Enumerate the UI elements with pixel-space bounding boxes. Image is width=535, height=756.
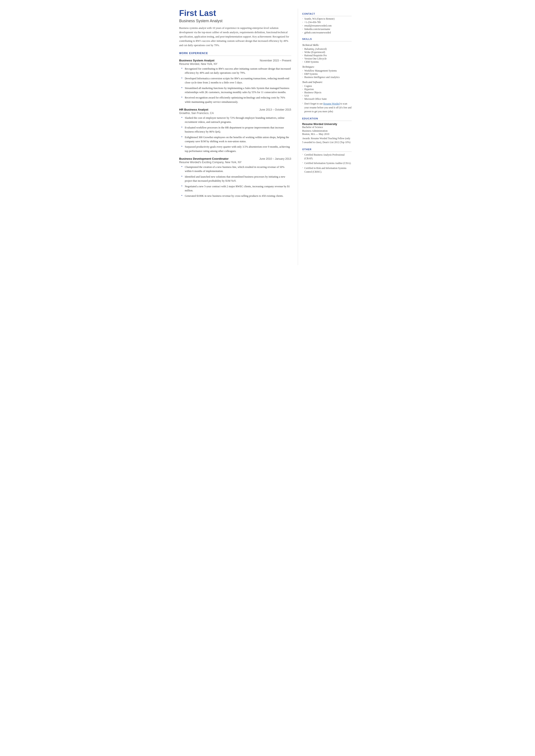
contact-list: Seattle, WA (Open to Remote) +1-234-456-… [302,17,352,34]
job-block-3: Business Development Coordinator June 20… [179,157,291,198]
contact-phone: +1-234-456-789 [302,21,352,23]
skill-balsamiq: Balsamiq, (Advanced) [302,48,352,50]
tool-sas: SAS [302,95,352,97]
job-title-2: HR Business Analyst [179,108,208,111]
work-experience-section-title: WORK EXPERIENCE [179,52,291,56]
tools-list: Cognos Hyperion Business Objects SAS Mic… [302,85,352,100]
edu-location: Boston, MA — May 2010 [302,132,352,136]
other-section-title: OTHER [302,148,352,152]
job-bullets-1: Recognized for contributing to RW's succ… [179,67,291,104]
bullet-1-1: Recognized for contributing to RW's succ… [182,67,291,75]
bullet-3-2: Identified and launched new solutions th… [182,175,291,183]
technical-skills-list: Balsamiq, (Advanced) Wrike (Experienced)… [302,48,352,63]
technical-skills-label: Technical Skills: [302,43,352,47]
tool-ms-office: Microsoft Office Suite [302,98,352,100]
bullet-2-2: Evaluated workflow processes in the HR d… [182,126,291,134]
right-column: CONTACT Seattle, WA (Open to Remote) +1-… [298,9,356,265]
edu-awards: Awards: Resume Worded Teaching Fellow (o… [302,137,352,144]
bullet-1-2: Developed Informatica conversion scripts… [182,76,291,85]
resume-worded-note: Don't forget to use Resume Worded to sca… [302,102,352,113]
job-header-2: HR Business Analyst June 2013 – October … [179,108,291,111]
tools-label: Tools and Software: [302,81,352,84]
techniques-label: Techniques: [302,65,352,69]
other-list: Certified Business Analysis Professional… [302,153,352,174]
bullet-2-4: Surpassed productivity goals every quart… [182,145,291,153]
job-title-1: Business System Analyst [179,59,214,62]
bullet-3-1: Championed the creation of a new busines… [182,165,291,174]
tool-hyperion: Hyperion [302,88,352,91]
contact-section-title: CONTACT [302,13,352,16]
job-header-3: Business Development Coordinator June 20… [179,157,291,160]
technique-workflow: Workflow Management Systems [302,70,352,72]
job-block-1: Business System Analyst November 2015 – … [179,59,291,104]
job-dates-3: June 2010 – January 2013 [259,157,291,160]
other-crisc: Certified in Risk and Information System… [302,166,352,174]
tool-business-objects: Business Objects [302,91,352,94]
job-bullets-2: Slashed the cost of employee turnover by… [179,116,291,153]
other-cbap: Certified Business Analysis Professional… [302,153,352,160]
edu-school: Resume Worded University [302,123,352,126]
job-header-1: Business System Analyst November 2015 – … [179,59,291,62]
skill-crm: CRM Systems [302,61,352,63]
bullet-3-4: Generated $100K in new business revenue … [182,194,291,198]
technique-bi: Business Intelligence and Analytics [302,76,352,78]
contact-email: email@resumeworded.com [302,24,352,27]
other-cisa: Certified Information Systems Auditor (C… [302,161,352,165]
skills-section-title: SKILLS [302,38,352,42]
tool-cognos: Cognos [302,85,352,87]
candidate-summary: Business systems analyst with 10 years o… [179,26,291,47]
education-section-title: EDUCATION [302,117,352,121]
skill-version-one: Version One Lifecycle [302,57,352,60]
job-title-3: Business Development Coordinator [179,157,229,160]
candidate-job-title: Business System Analyst [179,19,291,23]
bullet-3-3: Negotiated a new 5-year contract with 2 … [182,184,291,193]
candidate-name: First Last [179,9,291,18]
contact-location: Seattle, WA (Open to Remote) [302,17,352,20]
left-column: First Last Business System Analyst Busin… [171,9,298,265]
techniques-list: Workflow Management Systems ERP Systems … [302,70,352,78]
job-dates-1: November 2015 – Present [260,59,291,62]
technique-erp: ERP Systems [302,72,352,75]
contact-linkedin: linkedin.com/in/username [302,28,352,30]
job-company-2: Growthsi, San Francisco, CA [179,112,291,115]
edu-degree: Bachelor of Science [302,126,352,129]
job-dates-2: June 2013 – October 2015 [259,108,291,111]
job-company-3: Resume Worded's Exciting Company, New Yo… [179,161,291,164]
skill-wrike: Wrike (Experienced) [302,51,352,53]
job-bullets-3: Championed the creation of a new busines… [179,165,291,198]
resume-page: First Last Business System Analyst Busin… [171,0,365,274]
skill-rational: Rational Requisite Pro [302,54,352,57]
bullet-2-1: Slashed the cost of employee turnover by… [182,116,291,124]
contact-github: github.com/resumeworded [302,31,352,34]
resume-worded-link[interactable]: Resume Worded [324,102,340,105]
edu-field: Business Administration [302,129,352,132]
bullet-1-3: Streamlined all marketing functions by i… [182,86,291,95]
job-company-1: Resume Worded, New York, NY [179,63,291,66]
bullet-2-3: Enlightened 300 Growthsi employees on th… [182,135,291,144]
job-block-2: HR Business Analyst June 2013 – October … [179,108,291,153]
bullet-1-4: Received recognition award for efficient… [182,96,291,104]
